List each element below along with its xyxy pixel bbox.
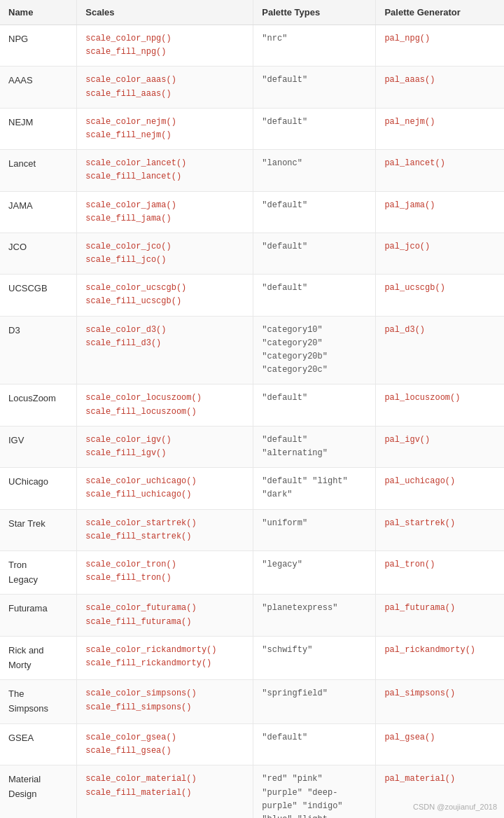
watermark-text: CSDN @zoujianuf_2018 (413, 803, 497, 811)
scales-cell: scale_color_gsea() scale_fill_gsea() (77, 724, 253, 765)
palette-generator-cell: pal_locuszoom() (376, 384, 504, 426)
table-row: Futuramascale_color_futurama() scale_fil… (0, 595, 504, 636)
palette-types-cell: "springfield" (253, 680, 376, 724)
palette-generator-cell: pal_startrek() (376, 509, 504, 550)
name-cell: Star Trek (0, 509, 77, 550)
palette-generator-cell: pal_ucscgb() (376, 275, 504, 316)
table-row: Tron Legacyscale_color_tron() scale_fill… (0, 550, 504, 595)
scales-cell: scale_color_locuszoom() scale_fill_locus… (77, 384, 253, 426)
table-row: UCSCGBscale_color_ucscgb() scale_fill_uc… (0, 275, 504, 316)
scales-cell: scale_color_nejm() scale_fill_nejm() (77, 108, 253, 149)
name-cell: UChicago (0, 468, 77, 509)
name-cell: The Simpsons (0, 680, 77, 724)
scales-cell: scale_color_jco() scale_fill_jco() (77, 233, 253, 274)
scales-cell: scale_color_npg() scale_fill_npg() (77, 25, 253, 67)
name-cell: IGV (0, 426, 77, 467)
palette-generator-cell: pal_futurama() (376, 595, 504, 636)
scales-cell: scale_color_tron() scale_fill_tron() (77, 550, 253, 595)
scales-cell: scale_color_startrek() scale_fill_startr… (77, 509, 253, 550)
name-cell: NEJM (0, 108, 77, 149)
palette-types-cell: "legacy" (253, 550, 376, 595)
scales-cell: scale_color_material() scale_fill_materi… (77, 765, 253, 818)
scales-cell: scale_color_simpsons() scale_fill_simpso… (77, 680, 253, 724)
name-cell: D3 (0, 316, 77, 384)
name-cell: GSEA (0, 724, 77, 765)
palette-types-cell: "red" "pink" "purple" "deep- purple" "in… (253, 765, 376, 818)
table-row: NPGscale_color_npg() scale_fill_npg()"nr… (0, 25, 504, 67)
table-row: GSEAscale_color_gsea() scale_fill_gsea()… (0, 724, 504, 765)
palette-types-cell: "default" (253, 384, 376, 426)
name-cell: JCO (0, 233, 77, 274)
palette-types-cell: "default" (253, 191, 376, 233)
palette-types-cell: "default" (253, 233, 376, 274)
table-row: The Simpsonsscale_color_simpsons() scale… (0, 680, 504, 724)
scales-cell: scale_color_aaas() scale_fill_aaas() (77, 67, 253, 108)
palette-generator-cell: pal_gsea() (376, 724, 504, 765)
palette-types-cell: "default" "alternating" (253, 426, 376, 467)
palette-generator-cell: pal_jama() (376, 191, 504, 233)
name-cell: NPG (0, 25, 77, 67)
name-cell: LocusZoom (0, 384, 77, 426)
main-table-container: Name Scales Palette Types Palette Genera… (0, 0, 504, 818)
name-cell: AAAS (0, 67, 77, 108)
palette-generator-cell: pal_d3() (376, 316, 504, 384)
palette-types-cell: "planetexpress" (253, 595, 376, 636)
table-row: JCOscale_color_jco() scale_fill_jco()"de… (0, 233, 504, 274)
scales-cell: scale_color_igv() scale_fill_igv() (77, 426, 253, 467)
table-row: JAMAscale_color_jama() scale_fill_jama()… (0, 191, 504, 233)
scales-cell: scale_color_jama() scale_fill_jama() (77, 191, 253, 233)
name-cell: Lancet (0, 150, 77, 191)
table-row: AAASscale_color_aaas() scale_fill_aaas()… (0, 67, 504, 108)
palette-types-cell: "default" (253, 724, 376, 765)
palette-generator-cell: pal_lancet() (376, 150, 504, 191)
palette-types-cell: "schwifty" (253, 636, 376, 680)
palette-types-cell: "default" (253, 275, 376, 316)
palette-table: Name Scales Palette Types Palette Genera… (0, 0, 504, 818)
col-header-palette-generator: Palette Generator (376, 0, 504, 25)
name-cell: UCSCGB (0, 275, 77, 316)
palette-types-cell: "default" "light" "dark" (253, 468, 376, 509)
name-cell: Rick and Morty (0, 636, 77, 680)
palette-types-cell: "category10" "category20" "category20b" … (253, 316, 376, 384)
scales-cell: scale_color_d3() scale_fill_d3() (77, 316, 253, 384)
palette-types-cell: "uniform" (253, 509, 376, 550)
table-row: LocusZoomscale_color_locuszoom() scale_f… (0, 384, 504, 426)
name-cell: JAMA (0, 191, 77, 233)
table-header: Name Scales Palette Types Palette Genera… (0, 0, 504, 25)
palette-types-cell: "default" (253, 67, 376, 108)
palette-generator-cell: pal_aaas() (376, 67, 504, 108)
scales-cell: scale_color_uchicago() scale_fill_uchica… (77, 468, 253, 509)
table-row: Lancetscale_color_lancet() scale_fill_la… (0, 150, 504, 191)
col-header-scales: Scales (77, 0, 253, 25)
palette-generator-cell: pal_igv() (376, 426, 504, 467)
col-header-palette-types: Palette Types (253, 0, 376, 25)
table-row: UChicagoscale_color_uchicago() scale_fil… (0, 468, 504, 509)
table-row: NEJMscale_color_nejm() scale_fill_nejm()… (0, 108, 504, 149)
palette-types-cell: "nrc" (253, 25, 376, 67)
header-row: Name Scales Palette Types Palette Genera… (0, 0, 504, 25)
name-cell: Tron Legacy (0, 550, 77, 595)
palette-types-cell: "lanonc" (253, 150, 376, 191)
palette-generator-cell: pal_nejm() (376, 108, 504, 149)
table-row: IGVscale_color_igv() scale_fill_igv()"de… (0, 426, 504, 467)
scales-cell: scale_color_ucscgb() scale_fill_ucscgb() (77, 275, 253, 316)
name-cell: Futurama (0, 595, 77, 636)
palette-generator-cell: pal_npg() (376, 25, 504, 67)
table-row: Star Trekscale_color_startrek() scale_fi… (0, 509, 504, 550)
palette-generator-cell: pal_tron() (376, 550, 504, 595)
palette-generator-cell: pal_rickandmorty() (376, 636, 504, 680)
palette-generator-cell: pal_jco() (376, 233, 504, 274)
palette-generator-cell: pal_uchicago() (376, 468, 504, 509)
col-header-name: Name (0, 0, 77, 25)
table-body: NPGscale_color_npg() scale_fill_npg()"nr… (0, 25, 504, 819)
name-cell: Material Design (0, 765, 77, 818)
scales-cell: scale_color_futurama() scale_fill_futura… (77, 595, 253, 636)
scales-cell: scale_color_lancet() scale_fill_lancet() (77, 150, 253, 191)
table-row: Rick and Mortyscale_color_rickandmorty()… (0, 636, 504, 680)
scales-cell: scale_color_rickandmorty() scale_fill_ri… (77, 636, 253, 680)
table-row: D3scale_color_d3() scale_fill_d3()"categ… (0, 316, 504, 384)
palette-types-cell: "default" (253, 108, 376, 149)
palette-generator-cell: pal_simpsons() (376, 680, 504, 724)
